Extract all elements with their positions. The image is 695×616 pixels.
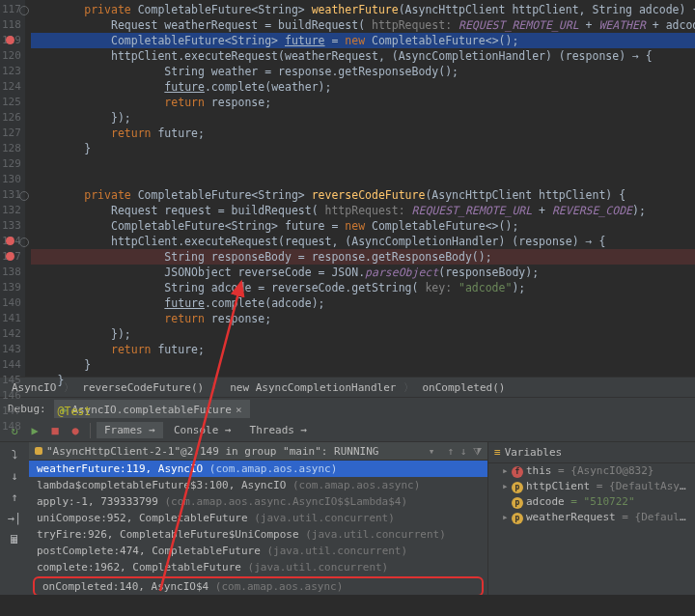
- code-line[interactable]: [31, 172, 695, 187]
- line-number[interactable]: 128: [2, 141, 21, 156]
- code-line[interactable]: future.complete(adcode);: [31, 295, 695, 311]
- line-number[interactable]: 131: [2, 187, 21, 203]
- code-line[interactable]: CompletableFuture<String> future = new C…: [31, 33, 695, 48]
- code-line[interactable]: Request request = buildRequest( httpRequ…: [31, 203, 695, 218]
- line-number[interactable]: 137: [2, 249, 21, 265]
- line-number[interactable]: 118: [2, 17, 21, 33]
- code-line[interactable]: httpClient.executeRequest(request, (Asyn…: [31, 234, 695, 249]
- code-line[interactable]: httpClient.executeRequest(weatherRequest…: [31, 48, 695, 64]
- line-number[interactable]: 147: [2, 404, 21, 419]
- line-gutter[interactable]: 1171181191201231241251261271281291301311…: [0, 0, 25, 377]
- line-number[interactable]: 143: [2, 342, 21, 357]
- code-line[interactable]: @Test: [31, 404, 695, 419]
- line-number[interactable]: 126: [2, 110, 21, 126]
- line-number[interactable]: 134: [2, 234, 21, 249]
- funnel-icon[interactable]: ⧩: [473, 445, 482, 458]
- variable-row[interactable]: ▸fthis = {AsyncIO@832}: [488, 463, 695, 479]
- line-number[interactable]: 140: [2, 295, 21, 311]
- code-line[interactable]: JSONObject reverseCode = JSON.parseObjec…: [31, 265, 695, 280]
- code-line[interactable]: Request weatherRequest = buildRequest( h…: [31, 17, 695, 33]
- code-line[interactable]: return response;: [31, 95, 695, 110]
- variable-row[interactable]: ▸phttpClient = {DefaultAsyncHttpClient@: [488, 479, 695, 494]
- variables-panel[interactable]: ≡Variables ▸fthis = {AsyncIO@832}▸phttpC…: [487, 442, 695, 595]
- line-number[interactable]: 125: [2, 95, 21, 110]
- code-line[interactable]: String adcode = reverseCode.getString( k…: [31, 280, 695, 295]
- code-line[interactable]: });: [31, 110, 695, 126]
- code-line[interactable]: return response;: [31, 311, 695, 326]
- step-out-icon[interactable]: ↑: [6, 489, 23, 506]
- code-line[interactable]: private CompletableFuture<String> weathe…: [31, 2, 695, 17]
- code-line[interactable]: [31, 419, 695, 434]
- variable-row[interactable]: ▸pweatherRequest = {DefaultRequest@243: [488, 510, 695, 525]
- code-line[interactable]: return future;: [31, 342, 695, 357]
- stack-frame[interactable]: uniCompose:952, CompletableFuture (java.…: [29, 510, 487, 526]
- stack-frame[interactable]: weatherFuture:119, AsyncIO (com.amap.aos…: [29, 461, 487, 477]
- line-number[interactable]: 133: [2, 218, 21, 234]
- code-line[interactable]: return future;: [31, 126, 695, 141]
- line-number[interactable]: 127: [2, 126, 21, 141]
- line-number[interactable]: 124: [2, 79, 21, 95]
- run-to-cursor-icon[interactable]: →|: [6, 510, 23, 527]
- line-number[interactable]: 123: [2, 64, 21, 79]
- code-line[interactable]: String weather = response.getResponseBod…: [31, 64, 695, 79]
- stack-frame[interactable]: tryFire:926, CompletableFuture$UniCompos…: [29, 526, 487, 543]
- line-number[interactable]: 130: [2, 172, 21, 187]
- variable-row[interactable]: padcode = "510722": [488, 494, 695, 510]
- thread-selector[interactable]: "AsyncHttpClient-2-1"@2,149 in group "ma…: [29, 442, 487, 461]
- line-number[interactable]: 120: [2, 48, 21, 64]
- stack-frame[interactable]: postComplete:474, CompletableFuture (jav…: [29, 543, 487, 559]
- code-line[interactable]: [31, 156, 695, 172]
- code-line[interactable]: [31, 388, 695, 404]
- line-number[interactable]: 144: [2, 357, 21, 373]
- line-number[interactable]: 129: [2, 156, 21, 172]
- line-number[interactable]: 138: [2, 265, 21, 280]
- frames-panel[interactable]: "AsyncHttpClient-2-1"@2,149 in group "ma…: [29, 442, 487, 595]
- code-area[interactable]: private CompletableFuture<String> weathe…: [25, 0, 695, 377]
- line-number[interactable]: 139: [2, 280, 21, 295]
- step-into-icon[interactable]: ↓: [6, 467, 23, 485]
- line-number[interactable]: 142: [2, 326, 21, 342]
- line-number[interactable]: 148: [2, 419, 21, 434]
- code-line[interactable]: }: [31, 357, 695, 373]
- line-number[interactable]: 145: [2, 373, 21, 388]
- code-line[interactable]: CompletableFuture<String> future = new C…: [31, 218, 695, 234]
- code-line[interactable]: String responseBody = response.getRespon…: [31, 249, 695, 265]
- code-line[interactable]: }: [31, 141, 695, 156]
- line-number[interactable]: 119: [2, 33, 21, 48]
- code-line[interactable]: private CompletableFuture<String> revers…: [31, 187, 695, 203]
- stack-frame[interactable]: onCompleted:140, AsyncIO$4 (com.amap.aos…: [35, 578, 482, 595]
- line-number[interactable]: 132: [2, 203, 21, 218]
- evaluate-icon[interactable]: 🖩: [6, 531, 23, 548]
- code-line[interactable]: }: [31, 373, 695, 388]
- stack-frame[interactable]: complete:1962, CompletableFuture (java.u…: [29, 559, 487, 575]
- line-number[interactable]: 117: [2, 2, 21, 17]
- code-line[interactable]: future.complete(weather);: [31, 79, 695, 95]
- stack-frame[interactable]: apply:-1, 739333799 (com.amap.aos.async.…: [29, 493, 487, 510]
- line-number[interactable]: 141: [2, 311, 21, 326]
- stack-frame[interactable]: lambda$completableFuture$3:100, AsyncIO …: [29, 477, 487, 493]
- line-number[interactable]: 146: [2, 388, 21, 404]
- code-line[interactable]: });: [31, 326, 695, 342]
- step-over-icon[interactable]: ⤵: [6, 446, 23, 463]
